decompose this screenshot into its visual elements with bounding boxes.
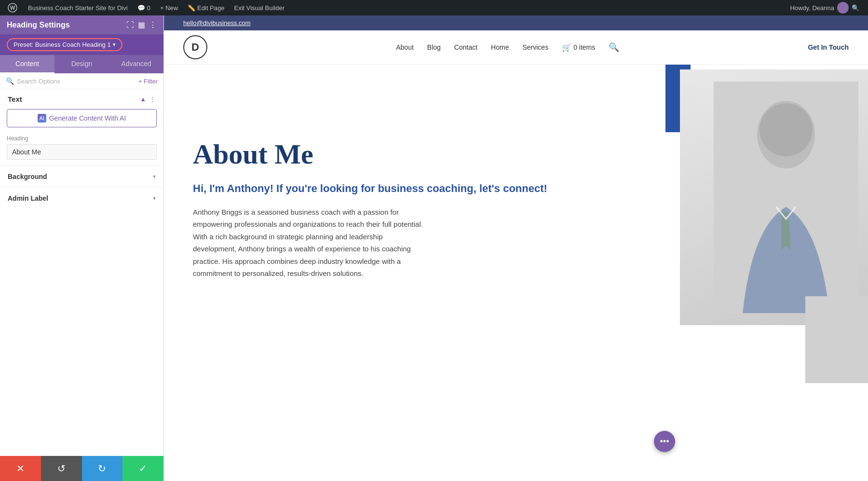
site-nav-bar: D About Blog Contact Home Services bbox=[164, 30, 868, 65]
svg-point-4 bbox=[760, 103, 813, 156]
preview-area: hello@divibusiness.com D About Blog Cont… bbox=[164, 15, 868, 481]
panel-content: Text ▲ ⋮ AI Generate Content With AI Hea… bbox=[0, 89, 163, 456]
admin-label-section: Admin Label ▾ bbox=[0, 187, 163, 209]
user-avatar bbox=[837, 2, 849, 14]
svg-text:W: W bbox=[10, 5, 15, 11]
admin-label-collapse-icon[interactable]: ▾ bbox=[153, 195, 156, 202]
text-section-title: Text bbox=[8, 95, 22, 103]
nav-home[interactable]: Home bbox=[491, 43, 509, 51]
about-body-text: Anthony Briggs is a seasoned business co… bbox=[193, 206, 424, 280]
page-content: About Me Hi, I'm Anthony! If you're look… bbox=[164, 65, 868, 481]
admin-bar-howdy: Howdy, Deanna bbox=[790, 2, 849, 14]
heading-input[interactable] bbox=[7, 144, 157, 160]
text-section-icons: ▲ ⋮ bbox=[140, 96, 156, 103]
cancel-button[interactable]: ✕ bbox=[0, 456, 41, 481]
background-section-title: Background bbox=[8, 173, 47, 180]
tab-content[interactable]: Content bbox=[0, 55, 54, 73]
admin-bar-edit-page[interactable]: ✏️ Edit Page bbox=[183, 0, 229, 15]
floating-dots-button[interactable]: ••• bbox=[654, 431, 675, 452]
background-section: Background ▾ bbox=[0, 165, 163, 187]
about-text-column: About Me Hi, I'm Anthony! If you're look… bbox=[164, 65, 665, 354]
heading-field-group: Heading bbox=[0, 133, 163, 165]
panel-bottom-bar: ✕ ↺ ↻ ✓ bbox=[0, 456, 163, 481]
panel-menu-icon[interactable]: ⋮ bbox=[149, 20, 157, 29]
search-input[interactable] bbox=[17, 78, 136, 85]
text-section-header[interactable]: Text ▲ ⋮ bbox=[0, 89, 163, 107]
panel-header: Heading Settings ⛶ ▦ ⋮ bbox=[0, 15, 163, 34]
admin-bar-comments[interactable]: 💬 0 bbox=[133, 0, 155, 15]
person-image bbox=[680, 69, 868, 325]
gray-accent-block bbox=[805, 296, 868, 383]
options-search-bar: 🔍 + Filter bbox=[0, 73, 163, 89]
undo-button[interactable]: ↺ bbox=[41, 456, 82, 481]
admin-label-section-title: Admin Label bbox=[8, 194, 48, 202]
admin-label-section-header[interactable]: Admin Label ▾ bbox=[0, 188, 163, 209]
panel-tabs: Content Design Advanced bbox=[0, 55, 163, 73]
text-section-collapse-icon[interactable]: ▲ bbox=[140, 96, 146, 103]
nav-about[interactable]: About bbox=[396, 43, 414, 51]
nav-services[interactable]: Services bbox=[522, 43, 548, 51]
about-section: About Me Hi, I'm Anthony! If you're look… bbox=[164, 65, 868, 354]
cart-icon: 🛒 bbox=[562, 43, 571, 52]
preset-bar: Preset: Business Coach Heading 1 ▾ bbox=[0, 34, 163, 55]
ai-generate-button[interactable]: AI Generate Content With AI bbox=[7, 109, 157, 127]
heading-field-label: Heading bbox=[7, 135, 157, 142]
wp-logo[interactable]: W bbox=[6, 0, 19, 15]
background-section-header[interactable]: Background ▾ bbox=[0, 166, 163, 187]
text-section-menu-icon[interactable]: ⋮ bbox=[149, 96, 156, 103]
about-subheading: Hi, I'm Anthony! If you're looking for b… bbox=[193, 181, 641, 196]
wp-admin-bar: W Business Coach Starter Site for Divi 💬… bbox=[0, 0, 868, 15]
tab-advanced[interactable]: Advanced bbox=[109, 55, 163, 73]
save-button[interactable]: ✓ bbox=[122, 456, 163, 481]
nav-cart[interactable]: 🛒 0 items bbox=[562, 43, 595, 52]
nav-blog[interactable]: Blog bbox=[427, 43, 441, 51]
panel-title: Heading Settings bbox=[7, 21, 70, 29]
preset-chevron-icon: ▾ bbox=[113, 41, 116, 48]
about-heading: About Me bbox=[193, 139, 641, 170]
site-email[interactable]: hello@divibusiness.com bbox=[183, 19, 251, 27]
ai-icon: AI bbox=[38, 114, 46, 123]
tab-design[interactable]: Design bbox=[54, 55, 109, 73]
site-logo[interactable]: D bbox=[183, 35, 207, 59]
nav-links: About Blog Contact Home Services 🛒 0 ite… bbox=[396, 42, 619, 53]
admin-bar-visual-builder[interactable]: Exit Visual Builder bbox=[229, 0, 289, 15]
admin-bar-search-icon[interactable]: 🔍 bbox=[849, 0, 862, 15]
panel-columns-icon[interactable]: ▦ bbox=[138, 20, 145, 29]
about-image-column bbox=[665, 65, 868, 354]
panel-header-icons: ⛶ ▦ ⋮ bbox=[126, 20, 157, 29]
preset-selector[interactable]: Preset: Business Coach Heading 1 ▾ bbox=[7, 38, 122, 51]
nav-search-icon[interactable]: 🔍 bbox=[609, 42, 619, 53]
nav-contact[interactable]: Contact bbox=[454, 43, 477, 51]
admin-bar-new[interactable]: + New bbox=[155, 0, 183, 15]
redo-button[interactable]: ↻ bbox=[82, 456, 123, 481]
site-top-bar: hello@divibusiness.com bbox=[164, 15, 868, 30]
nav-cta-button[interactable]: Get In Touch bbox=[808, 43, 849, 51]
filter-button[interactable]: + Filter bbox=[138, 78, 158, 85]
settings-panel: Heading Settings ⛶ ▦ ⋮ Preset: Business … bbox=[0, 15, 164, 481]
person-svg bbox=[714, 82, 858, 313]
panel-fullscreen-icon[interactable]: ⛶ bbox=[126, 21, 134, 29]
admin-bar-site-name[interactable]: Business Coach Starter Site for Divi bbox=[23, 0, 133, 15]
search-icon: 🔍 bbox=[6, 77, 14, 85]
background-collapse-icon[interactable]: ▾ bbox=[153, 173, 156, 180]
